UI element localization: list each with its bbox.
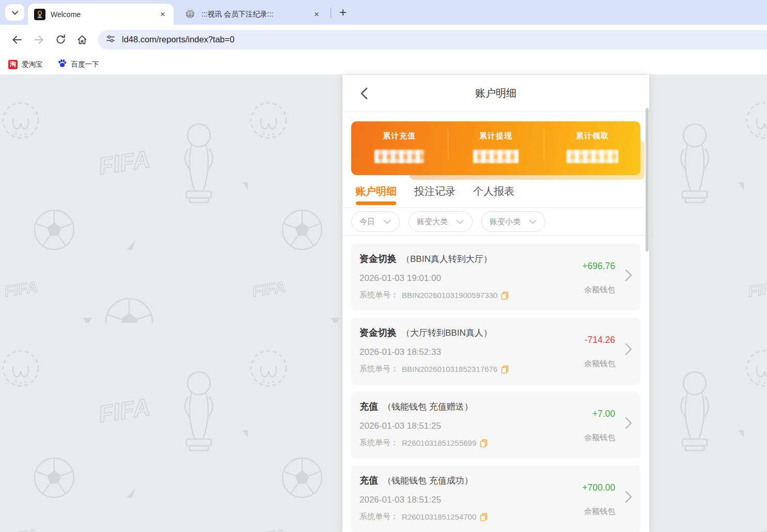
site-favicon-icon	[34, 9, 45, 20]
chevron-down-icon	[529, 220, 537, 224]
chevron-right-icon	[625, 417, 632, 431]
order-number-label: 系统单号：	[359, 290, 398, 300]
copy-icon	[480, 439, 488, 447]
transaction-type: 充值	[359, 400, 378, 413]
copy-button[interactable]	[501, 291, 509, 300]
filter-major-category[interactable]: 账变大类	[409, 211, 473, 232]
transaction-amount: +7.00	[592, 409, 615, 419]
reload-button[interactable]	[50, 29, 71, 51]
close-icon[interactable]: ×	[311, 9, 322, 20]
transaction-amount: -714.26	[585, 335, 615, 346]
transaction-type: 资金切换	[359, 253, 397, 265]
baidu-paw-icon	[57, 58, 67, 70]
transaction-datetime: 2026-01-03 18:51:25	[359, 495, 568, 505]
transaction-detail: （钱能钱包 充值成功）	[383, 475, 473, 487]
bookmarks-bar: 淘 爱淘宝 百度一下	[0, 54, 767, 75]
reload-icon	[55, 34, 66, 45]
stat-total-claimed: 累计领取	[544, 121, 640, 175]
transaction-card[interactable]: 资金切换 （BBIN真人转到大厅） 2026-01-03 19:01:00 系统…	[351, 244, 640, 311]
new-tab-button[interactable]: +	[336, 5, 350, 20]
home-icon	[76, 34, 88, 45]
order-number: R2601031851255699	[402, 439, 476, 447]
stat-total-withdrawal: 累计提现	[448, 121, 544, 175]
site-settings-icon[interactable]	[105, 34, 116, 46]
page-title: 账户明细	[475, 86, 516, 100]
transaction-amount: +696.76	[582, 261, 615, 272]
transaction-type: 资金切换	[359, 326, 397, 339]
page-back-button[interactable]	[357, 86, 371, 101]
chevron-right-icon	[625, 343, 632, 357]
bookmark-baidu[interactable]: 百度一下	[57, 58, 99, 70]
web-page: FIFA	[0, 75, 767, 532]
copy-button[interactable]	[480, 513, 488, 521]
url-bar[interactable]: ld48.com/reports/index?tab=0	[98, 30, 767, 50]
transaction-datetime: 2026-01-03 18:51:25	[359, 421, 568, 431]
stats-card: 累计充值 累计提现 累计领取	[351, 121, 640, 175]
forward-button[interactable]	[28, 29, 50, 51]
chevron-down-icon	[456, 220, 464, 224]
wallet-label: 余额钱包	[584, 359, 615, 369]
copy-icon	[501, 365, 509, 373]
order-number-label: 系统单号：	[359, 438, 398, 448]
transaction-amount: +700.00	[582, 482, 615, 493]
order-number: BBIN202601031900597330	[402, 291, 497, 300]
tab-account-details[interactable]: 账户明细	[355, 175, 397, 207]
back-button[interactable]	[6, 29, 28, 51]
stat-value-redacted	[374, 150, 424, 163]
transaction-datetime: 2026-01-03 19:01:00	[359, 273, 568, 284]
page-scrollbar[interactable]	[646, 108, 649, 252]
filter-date[interactable]: 今日	[351, 211, 400, 232]
stat-total-deposit: 累计充值	[351, 121, 448, 175]
transaction-detail: （大厅转到BBIN真人）	[401, 327, 492, 339]
tab-title: Welcome	[51, 10, 157, 19]
tab-search-button[interactable]	[5, 4, 24, 21]
tab-title: :::视讯 会员下注纪录:::	[201, 10, 311, 19]
globe-icon	[185, 9, 196, 20]
tab-separator	[331, 8, 331, 18]
bookmark-aitaobao[interactable]: 淘 爱淘宝	[8, 60, 43, 69]
chevron-right-icon	[625, 491, 632, 505]
copy-icon	[480, 513, 488, 521]
transaction-card[interactable]: 资金切换 （大厅转到BBIN真人） 2026-01-03 18:52:33 系统…	[351, 318, 640, 385]
wallet-label: 余额钱包	[584, 507, 615, 517]
order-number: R2601031851254700	[402, 512, 476, 521]
transaction-detail: （BBIN真人转到大厅）	[401, 253, 492, 265]
browser-toolbar: ld48.com/reports/index?tab=0	[0, 25, 767, 54]
home-button[interactable]	[71, 29, 93, 51]
copy-button[interactable]	[480, 439, 488, 447]
content-tabs: 账户明细 投注记录 个人报表	[342, 175, 649, 208]
tab-personal-report[interactable]: 个人报表	[473, 175, 514, 207]
copy-button[interactable]	[501, 365, 509, 373]
chevron-down-icon	[12, 8, 18, 17]
browser-tab-welcome[interactable]: Welcome ×	[28, 4, 174, 25]
stat-value-redacted	[567, 150, 618, 163]
wallet-label: 余额钱包	[584, 285, 615, 295]
stat-value-redacted	[473, 150, 519, 163]
filter-minor-category[interactable]: 账变小类	[481, 211, 545, 232]
content-panel: 账户明细 累计充值 累计提现 累计领取 账户明细 投注记	[342, 75, 649, 532]
taobao-icon: 淘	[8, 60, 18, 69]
transaction-detail: （钱能钱包 充值赠送）	[383, 401, 473, 413]
order-number: BBIN202601031852317676	[402, 365, 497, 373]
url-text[interactable]: ld48.com/reports/index?tab=0	[122, 35, 234, 44]
chevron-right-icon	[625, 269, 632, 284]
transaction-list: 资金切换 （BBIN真人转到大厅） 2026-01-03 19:01:00 系统…	[342, 236, 649, 532]
back-arrow-icon	[11, 34, 23, 45]
close-icon[interactable]: ×	[157, 9, 168, 20]
page-header: 账户明细	[342, 75, 649, 112]
order-number-label: 系统单号：	[359, 364, 398, 374]
transaction-type: 充值	[359, 474, 378, 487]
browser-tab-strip: Welcome × :::视讯 会员下注纪录::: × +	[0, 0, 767, 25]
stats-summary: 累计充值 累计提现 累计领取	[351, 121, 640, 175]
forward-arrow-icon	[33, 34, 44, 45]
filters-row: 今日 账变大类 账变小类	[342, 208, 649, 236]
transaction-card[interactable]: 充值 （钱能钱包 充值赠送） 2026-01-03 18:51:25 系统单号：…	[351, 392, 640, 459]
transaction-card[interactable]: 充值 （钱能钱包 充值成功） 2026-01-03 18:51:25 系统单号：…	[351, 465, 640, 532]
chevron-left-icon	[361, 87, 368, 100]
copy-icon	[501, 291, 509, 300]
wallet-label: 余额钱包	[584, 433, 615, 443]
tab-betting-records[interactable]: 投注记录	[414, 175, 456, 207]
chevron-down-icon	[383, 220, 391, 224]
transaction-datetime: 2026-01-03 18:52:33	[359, 347, 568, 357]
browser-tab-betting-records[interactable]: :::视讯 会员下注纪录::: ×	[179, 4, 327, 25]
